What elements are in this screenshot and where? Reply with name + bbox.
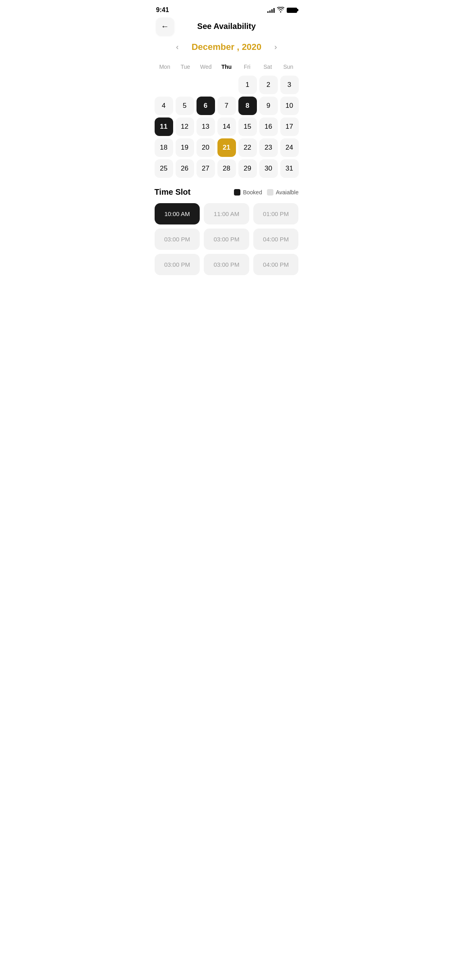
booked-dot [234, 189, 240, 196]
calendar-day[interactable]: 4 [155, 97, 173, 115]
weekday-fri: Fri [237, 61, 257, 72]
weekday-sat: Sat [257, 61, 278, 72]
status-bar: 9:41 [148, 0, 305, 18]
time-slot-button[interactable]: 01:00 PM [253, 203, 299, 224]
status-icons [267, 7, 297, 14]
calendar-day[interactable]: 29 [238, 159, 257, 178]
weekday-mon: Mon [155, 61, 175, 72]
calendar-day[interactable]: 19 [176, 138, 194, 157]
calendar-day[interactable]: 24 [280, 138, 299, 157]
calendar-day[interactable]: 27 [197, 159, 215, 178]
prev-month-button[interactable]: ‹ [173, 41, 182, 53]
calendar-day[interactable]: 23 [259, 138, 278, 157]
month-title: December , 2020 [192, 42, 262, 52]
time-slot-title: Time Slot [155, 187, 191, 197]
time-slot-button[interactable]: 04:00 PM [253, 254, 299, 275]
calendar-day[interactable]: 16 [259, 117, 278, 136]
calendar-day [217, 76, 236, 94]
calendar-day[interactable]: 28 [217, 159, 236, 178]
calendar-grid: 1234567891011121314151617181920212223242… [155, 76, 299, 178]
time-slot-button[interactable]: 04:00 PM [253, 229, 299, 250]
calendar-day[interactable]: 31 [280, 159, 299, 178]
calendar-day[interactable]: 5 [176, 97, 194, 115]
calendar-day [176, 76, 194, 94]
calendar-day[interactable]: 14 [217, 117, 236, 136]
legend-available: Avaialble [267, 189, 299, 196]
calendar-day[interactable]: 22 [238, 138, 257, 157]
booked-label: Booked [243, 189, 262, 196]
calendar-day[interactable]: 20 [197, 138, 215, 157]
page-title: See Availability [197, 22, 256, 31]
calendar-day[interactable]: 15 [238, 117, 257, 136]
calendar-day[interactable]: 13 [197, 117, 215, 136]
calendar-day[interactable]: 26 [176, 159, 194, 178]
calendar-day[interactable]: 7 [217, 97, 236, 115]
calendar-day[interactable]: 2 [259, 76, 278, 94]
time-slot-header: Time Slot Booked Avaialble [155, 187, 299, 197]
calendar-day[interactable]: 1 [238, 76, 257, 94]
calendar-day[interactable]: 11 [155, 117, 173, 136]
next-month-button[interactable]: › [271, 41, 280, 53]
status-time: 9:41 [156, 6, 169, 14]
header: ← See Availability [148, 18, 305, 39]
calendar-day[interactable]: 3 [280, 76, 299, 94]
battery-icon [287, 8, 297, 13]
time-slot-button[interactable]: 11:00 AM [204, 203, 249, 224]
time-slot-section: Time Slot Booked Avaialble 10:00 AM11:00… [148, 178, 305, 282]
calendar-day[interactable]: 18 [155, 138, 173, 157]
weekday-sun: Sun [278, 61, 298, 72]
weekdays-row: MonTueWedThuFriSatSun [155, 61, 299, 72]
legend: Booked Avaialble [234, 189, 298, 196]
calendar-day[interactable]: 10 [280, 97, 299, 115]
available-label: Avaialble [276, 189, 299, 196]
time-slot-button[interactable]: 03:00 PM [155, 254, 200, 275]
signal-icon [267, 7, 275, 13]
month-navigation: ‹ December , 2020 › [148, 39, 305, 61]
back-arrow-icon: ← [161, 22, 169, 31]
calendar-day[interactable]: 30 [259, 159, 278, 178]
calendar-day [155, 76, 173, 94]
weekday-tue: Tue [175, 61, 196, 72]
calendar: MonTueWedThuFriSatSun 123456789101112131… [148, 61, 305, 178]
time-slot-button[interactable]: 10:00 AM [155, 203, 200, 224]
calendar-day[interactable]: 21 [217, 138, 236, 157]
wifi-icon [277, 7, 284, 14]
weekday-wed: Wed [196, 61, 216, 72]
calendar-day[interactable]: 25 [155, 159, 173, 178]
calendar-day[interactable]: 8 [238, 97, 257, 115]
calendar-day[interactable]: 9 [259, 97, 278, 115]
calendar-day[interactable]: 6 [197, 97, 215, 115]
available-dot [267, 189, 273, 196]
calendar-day[interactable]: 12 [176, 117, 194, 136]
legend-booked: Booked [234, 189, 262, 196]
time-slot-button[interactable]: 03:00 PM [204, 254, 249, 275]
calendar-day[interactable]: 17 [280, 117, 299, 136]
time-slots-grid: 10:00 AM11:00 AM01:00 PM03:00 PM03:00 PM… [155, 203, 299, 275]
calendar-day [197, 76, 215, 94]
time-slot-button[interactable]: 03:00 PM [155, 229, 200, 250]
back-button[interactable]: ← [156, 18, 174, 35]
weekday-thu: Thu [216, 61, 237, 72]
time-slot-button[interactable]: 03:00 PM [204, 229, 249, 250]
